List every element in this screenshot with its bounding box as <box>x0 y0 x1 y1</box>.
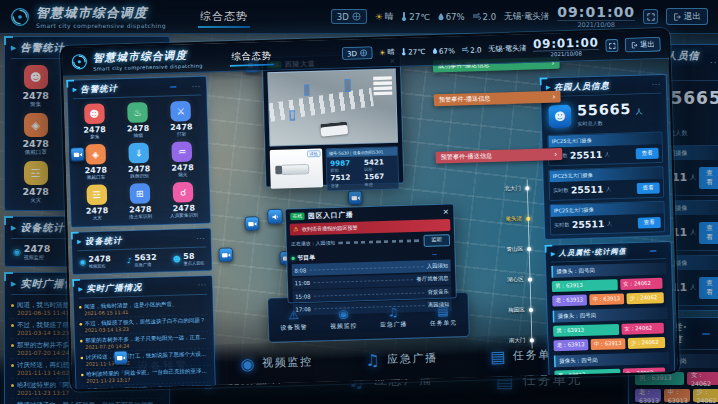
header-controls: 3D ☀ 晴 27℃ 67% <box>331 4 708 30</box>
camera-stat: 5421 识别 <box>364 158 395 172</box>
quick-action-label: 设备预警 <box>280 323 307 332</box>
attribute-tab[interactable] <box>713 333 718 335</box>
chevron-right-icon: › <box>554 150 557 159</box>
tab-overview[interactable]: 综合态势 <box>198 1 250 32</box>
schedule-time: 8:08 <box>294 267 306 273</box>
bullet-icon <box>11 364 14 367</box>
toast-notification[interactable]: 预警事件-播送信息 › <box>435 148 562 164</box>
view-button[interactable]: 查看 <box>699 167 718 189</box>
schedule-time: 17:08 <box>295 306 311 312</box>
inner-window: 智慧城市综合调度 Smart city comprehensive dispat… <box>60 28 680 392</box>
bullet-icon <box>11 384 14 387</box>
route-stop[interactable]: 青山区 <box>484 233 534 265</box>
close-icon[interactable]: × <box>443 208 450 216</box>
expand-icon <box>647 13 655 21</box>
attribute-chip[interactable]: 中：63913 <box>664 389 690 402</box>
camera-marker-icon <box>73 151 82 158</box>
route-stop-dot <box>527 247 531 251</box>
header-controls: 3D ☀ 晴 27℃ 67% <box>342 33 661 64</box>
alert-text: 收到语音播报的园区预警 <box>302 224 358 233</box>
dotted-leader <box>313 279 413 283</box>
route-stop-label: 湖心区 <box>507 276 524 284</box>
online-badge: 在线 <box>290 212 305 220</box>
attribute-chip[interactable]: 女：24062 <box>687 372 718 385</box>
camera-marker[interactable] <box>113 350 128 365</box>
view-button[interactable]: 查看 <box>699 277 718 299</box>
wind-value: 2.0 <box>470 45 482 54</box>
listen-button[interactable]: 监听 <box>424 234 451 247</box>
humidity-indicator: 67% <box>432 46 455 55</box>
camera-marker[interactable] <box>70 147 85 162</box>
weather-label: 晴 <box>387 47 394 57</box>
video-popup: 在线 西陵大道 × 详情 <box>262 53 404 187</box>
route-stop[interactable]: 湖心区 <box>484 264 534 296</box>
location-label: 无锡·鼋头渚 <box>488 43 526 54</box>
mode-3d-toggle[interactable]: 3D <box>342 46 373 60</box>
dashboard: 智慧城市综合调度 Smart city comprehensive dispat… <box>62 30 679 389</box>
camera-row-unit: 人 <box>690 283 696 292</box>
detail-button[interactable]: 详情 <box>307 150 321 157</box>
droplet-icon <box>432 47 437 54</box>
camera-lens <box>275 166 282 175</box>
attribute-chip[interactable]: 少：24062 <box>693 389 718 402</box>
people-more-button[interactable]: ··· <box>710 59 718 68</box>
broadcast-item[interactable]: 我通过镜子向一群心怀展示一息的不可见的侧面情愫… <box>11 399 163 404</box>
attribute-tabs <box>691 333 718 335</box>
alarm-tile[interactable]: ☲ 2478 火灾 <box>11 161 60 204</box>
route-stop-dot <box>530 338 534 342</box>
program-tab[interactable] <box>432 254 437 255</box>
route-stop-label: 南大门 <box>509 336 526 344</box>
schedule-name: 背景音乐 <box>427 288 448 296</box>
schedule-name: 入园须知 <box>427 262 448 270</box>
device-stat[interactable]: ◉ 2478 视频监控 <box>13 244 50 260</box>
camera-marker-icon <box>222 251 231 258</box>
camera-marker-icon <box>248 220 257 227</box>
mode-3d-label: 3D <box>347 49 357 58</box>
program-tab[interactable] <box>445 253 450 254</box>
temperature-value: 27℃ <box>408 47 425 56</box>
alarm-tile[interactable]: ◈ 2478 佩戴口罩 <box>11 113 60 156</box>
expand-icon <box>608 42 615 49</box>
camera-marker[interactable] <box>218 247 233 262</box>
route-stop[interactable]: 北大门 <box>482 173 532 205</box>
crosswalk <box>267 88 374 124</box>
alarm-panel-title: 告警统计 <box>20 41 64 55</box>
route-stop[interactable]: 鼋头渚 <box>483 203 533 235</box>
tab-overview[interactable]: 综合态势 <box>229 43 274 70</box>
alarm-tile[interactable]: ☻ 2478 聚集 <box>11 65 60 108</box>
clock-time: 09:01:00 <box>557 4 635 20</box>
toast-text: 预警事件-播送信息 <box>441 152 493 162</box>
alarm-tile-icon: ☻ <box>24 65 48 89</box>
device-stat-label: 视频监控 <box>24 254 50 260</box>
speaker-marker[interactable] <box>267 209 283 225</box>
fullscreen-button[interactable] <box>605 39 618 52</box>
schedule-time: 15:08 <box>295 293 311 299</box>
view-button[interactable]: 查看 <box>699 222 718 244</box>
toast-notification[interactable]: 预警事件-播送信息 › <box>434 91 561 107</box>
weather-label: 晴 <box>385 11 394 23</box>
route-stop[interactable]: 南大门 <box>486 325 536 357</box>
temperature-value: 27℃ <box>409 12 429 22</box>
humidity-value: 67% <box>446 12 465 22</box>
route-stop[interactable]: 梅园区 <box>485 294 535 326</box>
attribute-tab[interactable] <box>691 333 699 335</box>
bullet-camera-image <box>280 164 309 175</box>
attribute-chip[interactable]: 老：63913 <box>635 389 661 402</box>
attribute-tab[interactable] <box>702 333 710 335</box>
exit-button[interactable]: 退出 <box>666 8 708 25</box>
dotted-leader <box>314 305 424 309</box>
device-stat-icon: ◉ <box>13 247 21 257</box>
device-stat-value: 2478 <box>24 244 50 254</box>
now-playing-label: 正在播放：入园须知 <box>291 239 335 248</box>
temperature-indicator: 27℃ <box>401 12 429 22</box>
progress-bar <box>338 239 420 244</box>
wind-indicator: 2.0 <box>462 45 482 54</box>
route-stop-label: 梅园区 <box>508 306 525 314</box>
mode-3d-toggle[interactable]: 3D <box>331 9 367 24</box>
camera-marker[interactable] <box>245 216 260 231</box>
exit-button[interactable]: 退出 <box>625 37 661 52</box>
program-tab[interactable] <box>438 253 443 254</box>
alarm-tile-icon: ◈ <box>24 113 48 137</box>
fullscreen-button[interactable] <box>643 9 658 24</box>
humidity-indicator: 67% <box>438 12 465 22</box>
